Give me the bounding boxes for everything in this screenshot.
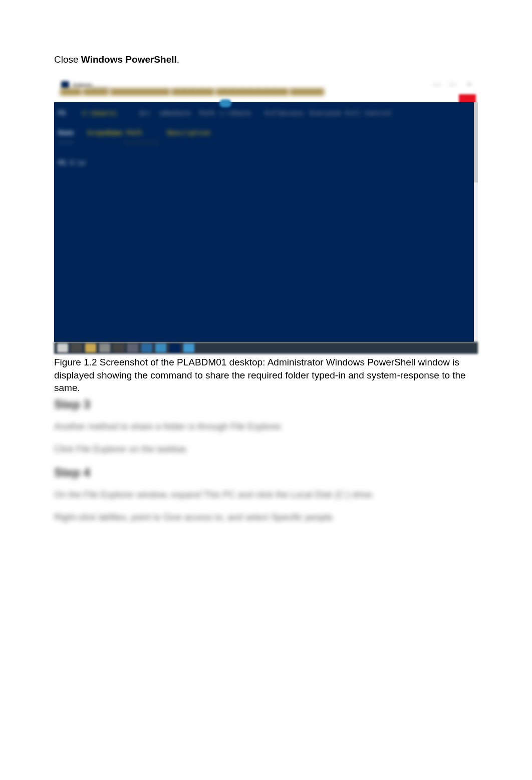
terminal-arg-2: Path xyxy=(199,109,215,117)
start-icon xyxy=(57,343,68,352)
taskbar-app-2 xyxy=(99,343,110,352)
terminal-arg-5: Everyone Full Control xyxy=(310,109,392,117)
command-bar: █████ ██████ ██████████████ ██████████ █… xyxy=(54,88,478,97)
search-icon xyxy=(71,343,82,352)
instruction-text: Close Windows PowerShell. xyxy=(54,54,478,65)
step4-para-2: Right-click labfiles, point to Give acce… xyxy=(54,511,478,524)
terminal-header-3: Description xyxy=(167,129,210,136)
terminal-divider-1: ---- xyxy=(58,138,74,146)
instruction-suffix: . xyxy=(177,54,179,65)
maximize-icon: □ xyxy=(450,80,457,87)
screenshot-figure: Admin istrator — □ × █████ ██████ ██████… xyxy=(54,77,478,354)
terminal-body: PS C:\Users\ dir smbshare Path c:\Share … xyxy=(54,102,474,342)
step4-heading: Step 4 xyxy=(54,466,478,480)
taskbar-app-8 xyxy=(183,343,194,352)
step4-para-1: On the File Explorer window, expand This… xyxy=(54,489,478,501)
terminal-header-2: ScopeName Path xyxy=(87,129,142,136)
terminal-prompt-1: PS xyxy=(58,109,66,117)
step3-heading: Step 3 xyxy=(54,398,478,412)
instruction-prefix: Close xyxy=(54,54,81,65)
terminal-header-1: Name xyxy=(58,129,74,136)
terminal-divider-2: --------- xyxy=(124,138,159,146)
taskbar-app-3 xyxy=(113,343,124,352)
terminal-path-1: C:\Users\ xyxy=(82,109,117,117)
terminal-arg-1: smbshare xyxy=(159,109,191,117)
instruction-app-name: Windows PowerShell xyxy=(81,54,177,65)
step3-para-2: Click File Explorer on the taskbar. xyxy=(54,443,478,456)
blue-indicator xyxy=(219,99,231,107)
minimize-icon: — xyxy=(433,80,440,87)
figure-caption: Figure 1.2 Screenshot of the PLABDM01 de… xyxy=(54,356,478,395)
taskbar-app-7 xyxy=(169,343,180,352)
terminal-prompt-2: PS C:\> xyxy=(58,159,86,166)
close-icon: × xyxy=(467,80,474,87)
terminal-cmd-1: dir xyxy=(139,109,151,117)
terminal-arg-3: c:\Share xyxy=(219,109,251,117)
terminal-arg-4: FullAccess xyxy=(264,109,304,117)
scrollbar-thumb xyxy=(474,102,478,182)
taskbar-app-6 xyxy=(155,343,166,352)
step3-para-1: Another method to share a folder is thro… xyxy=(54,421,478,433)
taskbar-app-1 xyxy=(85,343,96,352)
taskbar xyxy=(54,342,478,354)
taskbar-app-4 xyxy=(127,343,138,352)
taskbar-app-5 xyxy=(141,343,152,352)
scrollbar xyxy=(474,102,478,342)
